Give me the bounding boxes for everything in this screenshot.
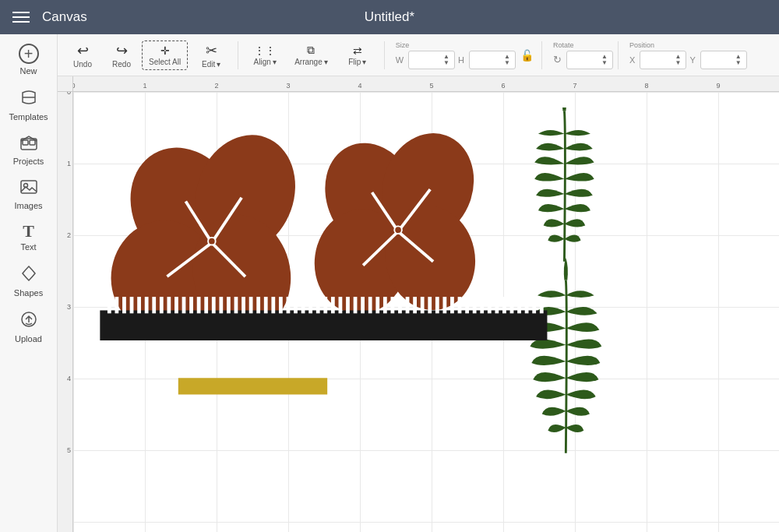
y-input[interactable] bbox=[704, 55, 735, 65]
canvas-area[interactable]: 0 1 2 3 4 5 6 7 8 9 0 1 2 3 4 5 bbox=[58, 76, 779, 532]
undo-button[interactable]: ↩ Undo bbox=[64, 39, 101, 72]
height-input[interactable] bbox=[473, 55, 504, 65]
svg-rect-36 bbox=[182, 297, 186, 313]
svg-rect-67 bbox=[413, 297, 417, 313]
rotate-spinner[interactable]: ▲ ▼ bbox=[601, 54, 608, 66]
sidebar-item-shapes[interactable]: Shapes bbox=[2, 258, 55, 302]
svg-rect-70 bbox=[435, 297, 439, 313]
arrange-label: Arrange▾ bbox=[294, 58, 328, 66]
svg-rect-45 bbox=[249, 297, 253, 313]
shapes-layer[interactable] bbox=[89, 107, 779, 532]
sidebar-item-text[interactable]: T Text bbox=[2, 217, 55, 256]
svg-rect-80 bbox=[510, 297, 514, 313]
svg-rect-82 bbox=[525, 297, 529, 313]
sidebar-item-new[interactable]: + New bbox=[2, 37, 55, 80]
y-label: Y bbox=[689, 55, 695, 65]
width-spinner[interactable]: ▲ ▼ bbox=[443, 54, 449, 66]
ruler-h-tick-4: 4 bbox=[358, 82, 361, 91]
w-label: W bbox=[396, 55, 404, 65]
align-button[interactable]: ⋮⋮ Align▾ bbox=[243, 41, 287, 69]
flip-button[interactable]: ⇄ Flip▾ bbox=[336, 41, 379, 69]
width-input[interactable] bbox=[412, 55, 443, 65]
svg-rect-42 bbox=[227, 297, 231, 313]
svg-rect-25 bbox=[100, 310, 547, 340]
select-all-icon: ✛ bbox=[160, 44, 170, 57]
sidebar-label-templates: Templates bbox=[9, 112, 48, 122]
height-field[interactable]: ▲ ▼ bbox=[469, 51, 516, 69]
templates-icon bbox=[19, 88, 38, 110]
header: Canvas Untitled* bbox=[0, 0, 779, 34]
x-down[interactable]: ▼ bbox=[675, 60, 681, 66]
edit-button[interactable]: ✂ Edit ▾ bbox=[189, 39, 233, 72]
svg-rect-26 bbox=[108, 297, 111, 313]
ruler-h-tick-7: 7 bbox=[573, 82, 576, 91]
rotate-field[interactable]: ▲ ▼ bbox=[566, 51, 613, 69]
svg-rect-75 bbox=[473, 297, 477, 313]
height-down[interactable]: ▼ bbox=[504, 60, 510, 66]
rotate-input[interactable] bbox=[570, 55, 601, 65]
app-title: Canvas bbox=[42, 9, 87, 25]
svg-rect-4 bbox=[21, 181, 37, 193]
svg-rect-55 bbox=[323, 297, 327, 313]
y-down[interactable]: ▼ bbox=[735, 60, 742, 66]
size-fields: W ▲ ▼ H ▲ ▼ bbox=[396, 51, 516, 69]
svg-rect-83 bbox=[532, 297, 536, 313]
svg-rect-33 bbox=[160, 297, 164, 313]
sidebar-item-upload[interactable]: Upload bbox=[2, 304, 55, 348]
grid bbox=[73, 92, 779, 532]
align-icon: ⋮⋮ bbox=[254, 44, 276, 57]
leaf2[interactable] bbox=[530, 258, 601, 453]
svg-rect-46 bbox=[256, 297, 260, 313]
svg-rect-78 bbox=[495, 297, 499, 313]
comb-shape[interactable] bbox=[100, 297, 547, 340]
undo-label: Undo bbox=[73, 60, 92, 69]
select-all-label: Select All bbox=[149, 58, 181, 66]
svg-rect-37 bbox=[189, 297, 193, 313]
sidebar-item-images[interactable]: Images bbox=[2, 172, 55, 215]
leaf1[interactable] bbox=[534, 107, 594, 262]
rotate-down[interactable]: ▼ bbox=[601, 60, 608, 66]
height-spinner[interactable]: ▲ ▼ bbox=[504, 54, 510, 66]
width-down[interactable]: ▼ bbox=[443, 60, 449, 66]
ruler-h-tick-9: 9 bbox=[716, 82, 720, 91]
svg-rect-52 bbox=[301, 297, 305, 313]
svg-rect-65 bbox=[398, 297, 402, 313]
arrange-button[interactable]: ⧉ Arrange▾ bbox=[288, 41, 334, 69]
size-label: Size bbox=[396, 41, 410, 49]
sidebar-label-text: Text bbox=[20, 242, 36, 252]
svg-rect-28 bbox=[122, 297, 126, 313]
x-field[interactable]: ▲ ▼ bbox=[640, 51, 686, 69]
menu-icon[interactable] bbox=[12, 12, 30, 23]
width-field[interactable]: ▲ ▼ bbox=[408, 51, 455, 69]
rotate-group: Rotate ↻ ▲ ▼ bbox=[553, 41, 613, 69]
ruler-v-tick-2: 2 bbox=[67, 231, 71, 239]
rotate-fields: ↻ ▲ ▼ bbox=[553, 51, 613, 69]
select-all-button[interactable]: ✛ Select All bbox=[142, 41, 188, 70]
sidebar-item-templates[interactable]: Templates bbox=[2, 82, 55, 126]
x-spinner[interactable]: ▲ ▼ bbox=[675, 54, 681, 66]
x-input[interactable] bbox=[643, 55, 675, 65]
lock-icon[interactable]: 🔓 bbox=[520, 49, 534, 62]
svg-rect-29 bbox=[130, 297, 134, 313]
gold-bar[interactable] bbox=[178, 378, 327, 394]
svg-rect-40 bbox=[212, 297, 216, 313]
align-label: Align▾ bbox=[254, 58, 277, 66]
svg-point-24 bbox=[394, 226, 402, 234]
svg-rect-68 bbox=[421, 297, 425, 313]
flip-label: Flip▾ bbox=[348, 58, 366, 66]
redo-button[interactable]: ↪ Redo bbox=[103, 39, 140, 72]
sidebar-item-projects[interactable]: Projects bbox=[2, 128, 55, 171]
y-spinner[interactable]: ▲ ▼ bbox=[735, 54, 742, 66]
flower2[interactable] bbox=[308, 120, 488, 320]
svg-rect-60 bbox=[361, 297, 365, 313]
ruler-vertical: 0 1 2 3 4 5 bbox=[58, 76, 73, 532]
svg-rect-49 bbox=[279, 297, 283, 313]
y-field[interactable]: ▲ ▼ bbox=[700, 51, 747, 69]
ruler-h-tick-3: 3 bbox=[286, 82, 290, 91]
projects-icon bbox=[19, 134, 38, 154]
ruler-v-tick-5: 5 bbox=[67, 446, 71, 454]
svg-point-15 bbox=[208, 238, 216, 245]
svg-rect-77 bbox=[488, 297, 492, 313]
edit-icon: ✂ bbox=[206, 42, 217, 59]
svg-rect-58 bbox=[346, 297, 350, 313]
